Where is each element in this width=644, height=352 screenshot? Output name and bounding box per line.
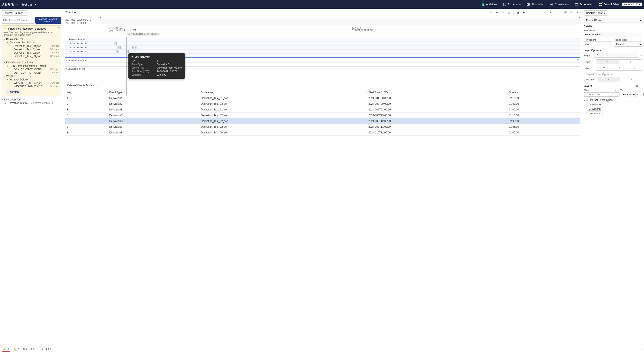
nav-scheduling[interactable]: Scheduling bbox=[572, 3, 596, 6]
labels-italic-icon[interactable]: T bbox=[612, 66, 627, 70]
file-item[interactable]: Derivation_Test_02.json32m ago bbox=[10, 51, 60, 54]
event-block[interactable]: 3 bbox=[118, 46, 120, 49]
logo-chevron-icon[interactable]: ▾ bbox=[16, 3, 18, 6]
row-name-input[interactable] bbox=[584, 32, 642, 37]
table-row[interactable]: 3DerivationBDerivation_Test_01.json2024-… bbox=[65, 107, 580, 113]
ee-row-select[interactable]: External Events bbox=[584, 18, 642, 23]
bb-all[interactable]: All 1 bbox=[2, 347, 10, 352]
right-selector[interactable]: Timeline Editor ▾ bbox=[584, 10, 607, 15]
groupby-pin-icon[interactable]: ⚲ bbox=[620, 77, 642, 82]
tree-subgroup[interactable]: Weather Default bbox=[7, 78, 60, 81]
event-block[interactable]: 6 bbox=[126, 50, 129, 53]
cursor-icon[interactable] bbox=[521, 10, 526, 15]
code-icon[interactable]: ⟨⟩ bbox=[489, 10, 494, 15]
caret-icon[interactable]: ▾ bbox=[66, 67, 68, 70]
link-icon[interactable]: 🔗 bbox=[563, 10, 568, 15]
table-row[interactable]: 9DerivationCDerivation_Test_03.json2024-… bbox=[65, 101, 580, 107]
groupby-segmented[interactable]: 🗀 ⚲ bbox=[598, 77, 642, 82]
more-dots[interactable]: ... bbox=[65, 54, 113, 57]
nav-default-view[interactable]: Default View bbox=[596, 3, 622, 6]
more-dots[interactable]: ... bbox=[65, 63, 113, 66]
left-selector[interactable]: External Sources ▾ bbox=[2, 10, 28, 15]
file-item[interactable]: Derivation_Test_01.json32m ago bbox=[10, 48, 60, 51]
tree-subgroup[interactable]: DSN Contact Confirmed Default bbox=[7, 64, 60, 68]
table-header[interactable]: Key bbox=[65, 90, 108, 95]
file-item[interactable]: Derivation_Test_03.json32m ago bbox=[10, 54, 60, 58]
row-height-input[interactable] bbox=[584, 41, 612, 46]
camera-icon[interactable] bbox=[515, 10, 520, 15]
layer-height-input[interactable] bbox=[594, 53, 638, 58]
table-header[interactable]: Duration bbox=[507, 90, 580, 95]
range-handle-left[interactable] bbox=[100, 17, 101, 26]
bb-gear[interactable]: ⚙0 bbox=[30, 348, 34, 351]
more-dots[interactable]: ... bbox=[10, 58, 60, 61]
tree-derivation-child[interactable]: Derivation Test D... 7 derived events bbox=[5, 101, 61, 105]
tree-group[interactable]: Derivation Test bbox=[4, 37, 60, 41]
table-selector[interactable]: External Events Table ▾ bbox=[65, 83, 97, 88]
tree-group[interactable]: DSN Contact Confirmed bbox=[4, 61, 60, 64]
bb-expand[interactable]: ︿ bbox=[640, 348, 642, 351]
labels-text-icon[interactable]: T bbox=[596, 66, 612, 70]
user-menu[interactable]: aerie_admin ▾ bbox=[622, 2, 642, 6]
event-types-toggle[interactable]: 4 External Event Types bbox=[584, 98, 642, 102]
table-header[interactable]: Start Time (UTC) bbox=[367, 90, 507, 95]
event-type-chip[interactable]: DerivationB bbox=[586, 107, 603, 111]
trash-icon[interactable]: 🗑 bbox=[642, 93, 644, 96]
zoom-in-icon[interactable]: + bbox=[548, 10, 553, 15]
caret-icon[interactable]: ▾ bbox=[66, 38, 68, 41]
tree-derivation-test[interactable]: Derivation Test bbox=[2, 98, 61, 101]
table-row[interactable]: 5DerivationCDerivation_Test_02.json2024-… bbox=[65, 113, 580, 118]
bb-calendar[interactable]: ▦0 bbox=[22, 348, 27, 351]
layer-filter-input[interactable] bbox=[584, 92, 620, 97]
timeline-row[interactable]: 🗀 DerivationA 11 bbox=[65, 41, 580, 45]
event-type-chip[interactable]: DerivationC bbox=[586, 111, 603, 115]
event-block[interactable]: 1 bbox=[114, 42, 117, 45]
bb-ruler[interactable]: 📐0 bbox=[14, 348, 19, 351]
file-item[interactable]: DSN_CONTACT_CONFI...32m ago bbox=[10, 71, 60, 74]
event-block[interactable]: 9 bbox=[116, 50, 119, 53]
filter-icon[interactable]: ☰ bbox=[577, 59, 579, 62]
chevron-down-icon[interactable]: ▾ bbox=[574, 10, 580, 15]
color-swatch[interactable] bbox=[640, 92, 641, 97]
flag-icon[interactable]: ⚑ bbox=[568, 10, 574, 15]
eye-icon[interactable] bbox=[52, 101, 55, 104]
manage-groups-button[interactable]: Manage Derivation Groups bbox=[35, 17, 61, 24]
display-expanded-icon[interactable]: ⧉ bbox=[619, 60, 642, 64]
range-handle-right[interactable] bbox=[578, 17, 580, 26]
file-item[interactable]: Derivation_Test_00.json32m ago bbox=[10, 44, 60, 48]
playhead[interactable]: ◎ 2024-006T18:27:41.538 UTC bbox=[127, 33, 160, 35]
nav-activities[interactable]: 0 Activities bbox=[478, 1, 500, 8]
tree-group[interactable]: Weather bbox=[4, 74, 60, 78]
caret-icon[interactable]: ▾ bbox=[66, 59, 68, 62]
nav-constraints[interactable]: Constraints bbox=[547, 3, 572, 6]
table-row[interactable]: 1DerivationADerivation_Test_01.json2024-… bbox=[65, 95, 580, 101]
file-item[interactable]: DSN_CONTACT_CONFI...32m ago bbox=[10, 68, 60, 71]
copy-icon[interactable]: ⧉ bbox=[636, 84, 638, 87]
layer-type-select[interactable]: External bbox=[621, 92, 636, 97]
trash-icon[interactable]: 🗑 bbox=[507, 10, 512, 15]
dismiss-button[interactable]: Dismiss bbox=[6, 89, 21, 94]
table-row[interactable]: 8DerivationBDerivation_Test_00.json2024-… bbox=[65, 130, 580, 136]
display-segmented[interactable]: ≡ ⧉ bbox=[596, 59, 642, 64]
zoom-out-icon[interactable]: − bbox=[542, 10, 547, 15]
timeline-row[interactable]: 🗀 DerivationB 3328 bbox=[65, 45, 580, 49]
file-item[interactable]: WEATHER_2024002_20...31m ago bbox=[10, 81, 60, 85]
file-item[interactable]: WEATHER_2024003_20...31m ago bbox=[10, 85, 60, 88]
close-icon[interactable]: ✕ bbox=[58, 26, 60, 29]
table-header[interactable]: Source Key bbox=[199, 90, 367, 95]
groupby-folder-icon[interactable]: 🗀 bbox=[598, 77, 620, 82]
event-type-chip[interactable]: DerivationA bbox=[586, 102, 603, 106]
bb-chart[interactable]: ▮▮0 bbox=[46, 348, 51, 351]
event-block[interactable]: 8 bbox=[134, 46, 137, 49]
filter-icon[interactable]: ☰ bbox=[576, 38, 578, 41]
arrow-right-icon[interactable]: → bbox=[536, 10, 541, 15]
table-row[interactable]: 2DerivationBDerivation_Test_02.json2024-… bbox=[65, 124, 580, 130]
tree-subgroup[interactable]: Derivation Test Default bbox=[7, 41, 60, 44]
timeline-row[interactable]: 🗀 DerivationC 396 bbox=[65, 49, 580, 53]
reset-icon[interactable]: ↻ bbox=[554, 10, 559, 15]
display-compact-icon[interactable]: ≡ bbox=[596, 60, 619, 64]
resize-mode-select[interactable]: Manual bbox=[614, 41, 642, 47]
add-icon[interactable]: ＋ bbox=[640, 84, 642, 87]
nav-simulation[interactable]: Simulation bbox=[524, 3, 547, 6]
bb-branch[interactable]: ⎇0 bbox=[38, 348, 43, 351]
